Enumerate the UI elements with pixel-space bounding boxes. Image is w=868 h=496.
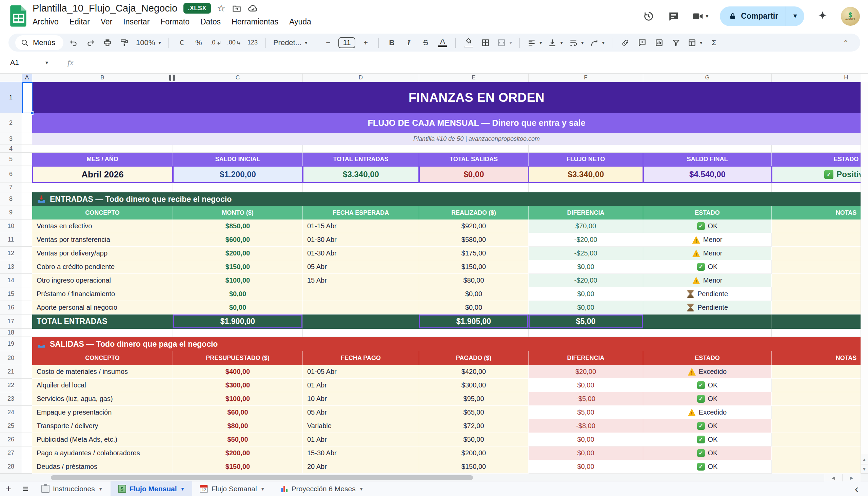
cell-pagado[interactable]: $50,00 [419,433,529,447]
cell-concepto[interactable]: Ventas en efectivo [32,219,173,233]
cell-estado[interactable]: OK [643,447,772,460]
cell-diferencia[interactable]: $5,00 [529,406,643,419]
cell-notas[interactable] [772,365,861,378]
cell-diferencia[interactable]: $0,00 [529,301,643,314]
share-button[interactable]: Compartir ▼ [720,6,804,26]
cell-pagado[interactable]: $95,00 [419,392,529,406]
cell-diferencia[interactable]: -$5,00 [529,392,643,406]
tab-proyeccion-6-meses[interactable]: Proyección 6 Meses ▼ [273,481,371,496]
tab-menu-icon[interactable]: ▼ [180,486,185,492]
column-header-g[interactable]: G [643,74,772,82]
cell[interactable] [22,351,32,365]
salidas-header-cell[interactable]: CONCEPTO [32,351,173,365]
cell-concepto[interactable]: Ventas por transferencia [32,233,173,247]
cell[interactable] [419,145,529,153]
cell[interactable] [22,133,32,145]
cell-notas[interactable] [772,433,861,447]
cell-notas[interactable] [772,301,861,314]
cell-estado[interactable]: Pendiente [643,301,772,314]
column-header-d[interactable]: D [303,74,419,82]
row-header-6[interactable]: 6 [0,166,22,183]
cell-realizado[interactable]: $580,00 [419,233,529,247]
row-header-2[interactable]: 2 [0,113,22,133]
table-views-button[interactable] [686,36,704,49]
cell-monto[interactable]: $0,00 [173,288,303,301]
cell-fecha[interactable]: 05 Abr [303,260,419,274]
tab-flujo-semanal[interactable]: 17 Flujo Semanal ▼ [192,481,272,496]
cell-notas[interactable] [772,260,861,274]
comments-icon[interactable] [667,10,680,23]
print-button[interactable] [101,36,114,49]
summary-header-cell[interactable]: SALDO FINAL [643,153,772,166]
cell[interactable] [32,145,173,153]
cell-presupuestado[interactable]: $200,00 [173,447,303,460]
cell-concepto[interactable]: Pago a ayudantes / colaboradores [32,447,173,460]
summary-total-entradas-cell[interactable]: $3.340,00 [303,166,419,183]
text-wrap-button[interactable] [567,36,585,49]
entradas-header-cell[interactable]: MONTO ($) [173,206,303,219]
tagline-cell[interactable]: Plantilla #10 de 50 | avanzaconproposito… [32,133,861,145]
cell-estado[interactable]: OK [643,460,772,474]
italic-button[interactable]: I [402,36,415,49]
menu-datos[interactable]: Datos [200,17,221,27]
summary-header-cell[interactable]: SALDO INICIAL [173,153,303,166]
cell[interactable] [22,337,32,351]
cell-notas[interactable] [772,219,861,233]
insert-chart-button[interactable] [652,36,666,49]
row-header-7[interactable]: 7 [0,183,22,192]
summary-header-cell[interactable]: FLUJO NETO [529,153,643,166]
cell-estado[interactable]: Pendiente [643,288,772,301]
cell[interactable] [22,233,32,247]
cell[interactable] [529,329,643,337]
cell-concepto[interactable]: Aporte personal al negocio [32,301,173,314]
cell-monto[interactable]: $850,00 [173,219,303,233]
cell-monto[interactable]: $600,00 [173,233,303,247]
share-dropdown-button[interactable]: ▼ [786,13,804,20]
cell-concepto[interactable]: Ventas por delivery/app [32,247,173,260]
functions-button[interactable]: Σ [707,36,721,49]
summary-flujo-neto-cell[interactable]: $3.340,00 [529,166,643,183]
strikethrough-button[interactable]: S [419,36,432,49]
collapse-panel-chevron-icon[interactable]: ‹ [855,482,868,495]
menu-herramientas[interactable]: Herramientas [231,17,278,27]
row-header-1[interactable]: 1 [0,82,22,113]
cell-estado[interactable]: OK [643,378,772,392]
version-history-icon[interactable] [642,10,655,23]
cell-concepto[interactable]: Préstamo / financiamiento [32,288,173,301]
create-filter-button[interactable] [669,36,683,49]
more-formats-button[interactable]: 123 [246,36,259,49]
entradas-header-cell[interactable]: ESTADO [643,206,772,219]
name-box[interactable]: A1 ▾ [0,58,54,66]
cell[interactable] [32,183,173,192]
cell-realizado[interactable]: $150,00 [419,260,529,274]
menu-formato[interactable]: Formato [160,17,190,27]
cell-estado[interactable]: OK [643,433,772,447]
cell[interactable] [303,145,419,153]
cell-monto[interactable]: $150,00 [173,260,303,274]
total-monto-cell[interactable]: $1.900,00 [173,314,303,329]
cell-fecha[interactable]: 01 Abr [303,433,419,447]
cell-fecha[interactable] [303,288,419,301]
cell-presupuestado[interactable]: $80,00 [173,419,303,433]
row-header-10[interactable]: 10 [0,219,22,233]
cell-pagado[interactable]: $65,00 [419,406,529,419]
font-select[interactable]: Predet... [272,36,309,49]
cell-notas[interactable] [772,447,861,460]
vertical-align-button[interactable] [547,36,564,49]
row-header-13[interactable]: 13 [0,260,22,274]
zoom-select[interactable]: 100% [134,36,162,49]
cell-fecha[interactable] [303,301,419,314]
cell-pagado[interactable]: $200,00 [419,447,529,460]
menu-insertar[interactable]: Insertar [123,17,149,27]
cell-fecha[interactable]: 15 Abr [303,274,419,288]
cell-diferencia[interactable]: $0,00 [529,433,643,447]
row-header-25[interactable]: 25 [0,419,22,433]
add-sheet-button[interactable]: + [0,481,17,496]
cell[interactable] [22,378,32,392]
scroll-right-icon[interactable]: ▶ [842,474,861,481]
cell[interactable] [22,247,32,260]
cell[interactable] [22,329,32,337]
undo-button[interactable] [67,36,80,49]
cell[interactable] [22,192,32,206]
cell[interactable] [772,314,861,329]
